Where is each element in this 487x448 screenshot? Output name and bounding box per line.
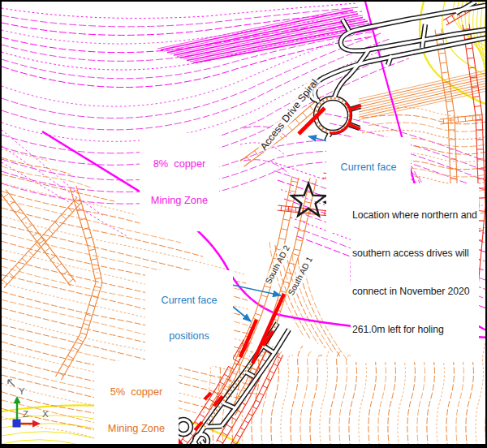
magenta-contour-line (2, 32, 374, 79)
label-line: 5% copper (94, 386, 179, 398)
note-line: Location where northern and (352, 209, 477, 222)
orange-contour-line (330, 351, 342, 448)
red-highlight-path (240, 320, 256, 357)
orange-contour-line (2, 149, 49, 161)
holing-note: Location where northern and southern acc… (351, 183, 479, 362)
orange-contour-line (320, 346, 332, 448)
orange-contour-line (281, 355, 293, 448)
orange-contour-line (291, 346, 303, 448)
label-line: Mining Zone (94, 422, 179, 434)
orange-contour-line (368, 353, 381, 448)
orange-contour-line (300, 351, 312, 448)
current-face-positions-south-label: Current face positions (145, 270, 233, 366)
orange-contour-line (339, 355, 351, 448)
mine-plan-map[interactable]: Access Drive Spiral South AD 2 South AD … (0, 0, 487, 448)
axis-z-label: Z (23, 409, 28, 420)
magenta-contour-line (2, 3, 357, 18)
tunnel-interior-path (205, 426, 222, 427)
orange-contour-line (368, 107, 487, 116)
drive-ladder-line (62, 186, 103, 380)
orange-contour-line (304, 261, 347, 360)
axis-x-arrowhead-icon (32, 420, 41, 428)
label-line: Mining Zone (140, 194, 219, 206)
note-line: southern access drives will (352, 248, 477, 261)
ucs-mini-arrow-icon (8, 380, 15, 386)
orange-contour-line (2, 174, 114, 201)
axis-origin-icon (13, 420, 21, 428)
magenta-contour-line (2, 26, 377, 106)
label-line: 8% copper (140, 157, 219, 170)
magenta-contour-line (2, 15, 364, 44)
zone-8-percent-copper-label: 8% copper Mining Zone (140, 133, 219, 231)
axis-x-label: X (42, 409, 49, 420)
orange-contour-line (310, 355, 322, 448)
note-line: connect in November 2020 (352, 286, 477, 299)
orange-contour-line (359, 350, 371, 448)
orange-contour-line (398, 350, 410, 448)
magenta-contour-line (2, 146, 104, 216)
label-line: positions (145, 330, 233, 342)
orange-contour-line (2, 157, 71, 174)
label-line: Current face (326, 162, 411, 174)
zone-5-percent-copper-label: 5% copper Mining Zone (94, 361, 179, 448)
label-line: Current face (145, 295, 233, 307)
axis-y-label: Y (19, 386, 25, 398)
note-line: 261.0m left for holing (352, 324, 477, 337)
